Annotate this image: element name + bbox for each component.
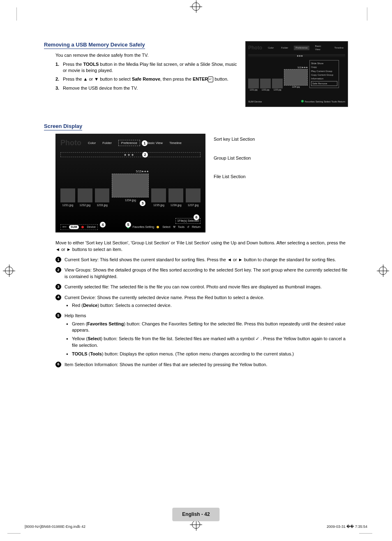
thumb: 1236.jpg [168, 188, 183, 202]
enter-icon: ↵ [208, 77, 213, 82]
crop-mark [7, 533, 21, 534]
step-2: 2. Press the ▲ or ▼ button to select Saf… [55, 76, 240, 82]
footer-left: [8000-NA]BN68-01988E-Eng.indb 42 [25, 524, 85, 529]
crop-mark [367, 7, 367, 21]
registration-mark [192, 520, 200, 529]
thumb: 1231.jpg [60, 188, 75, 202]
heading-usb-remove: Removing a USB Memory Device Safely [44, 41, 145, 49]
item-4-bullets: Red (Device) button: Selects a connected… [66, 302, 348, 309]
thumb: 1233.jpg [95, 188, 110, 202]
tv-footer-right: Favorites Setting Select Tools Return [304, 100, 345, 103]
thumb-selected [112, 174, 149, 197]
crop-mark [16, 7, 17, 21]
label-file-list: File List Section [214, 174, 255, 180]
registration-mark [379, 267, 387, 275]
section-usb-remove: Removing a USB Memory Device Safely Phot… [44, 41, 348, 110]
label-sort-key: Sort key List Section [214, 136, 255, 142]
thumb: 1235.jpg [151, 188, 166, 202]
tv-screenshot-large: Photo Color Folder Preference Basic View… [55, 134, 205, 232]
tools-icon: ⚒ [173, 225, 175, 229]
section-labels: Sort key List Section Group List Section… [214, 136, 255, 232]
intro-paragraph: Move to either 'Sort key List Section', … [55, 240, 348, 253]
return-icon: ↺ [187, 225, 189, 229]
tv-context-menu: Slide Show Copy Play Current Group Copy … [309, 60, 339, 88]
label-group-list: Group List Section [214, 155, 255, 161]
tv-screenshot-small: Photo Color Folder Preference Basic View… [245, 41, 348, 107]
item-2: 2View Groups: Shows the detailed groups … [55, 267, 348, 280]
callout-3: 3 [140, 200, 145, 206]
thumb: 1237.jpg [186, 188, 201, 202]
tv-photo-title: Photo [248, 44, 262, 51]
step-1: 1. Press the TOOLS button in the Media P… [55, 61, 240, 74]
section-screen-display: Screen Display Photo Color Folder Prefer… [44, 123, 348, 368]
step-3: 3. Remove the USB device from the TV. [55, 85, 240, 91]
thumb: 1232.jpg [78, 188, 92, 202]
item-5-bullets: Green (Favorites Setting) button: Change… [66, 321, 348, 358]
usb-icon: ⟵ [62, 225, 67, 229]
item-5: 5Help Items [55, 313, 348, 319]
item-6: 6Item Selection Information: Shows the n… [55, 362, 348, 368]
footer-right: 2009-03-31 �� 7:35:54 [327, 524, 367, 529]
registration-mark [5, 267, 13, 275]
item-1: 1Current Sort key: This field shows the … [55, 257, 348, 263]
registration-mark [192, 2, 200, 11]
crop-mark [359, 533, 372, 534]
item-3: 3Currently selected file: The selected f… [55, 284, 348, 290]
tv-selected-thumb [284, 69, 308, 86]
page-number-badge: English - 42 [172, 508, 219, 521]
item-4: 4Current Device: Shows the currently sel… [55, 295, 348, 301]
heading-screen-display: Screen Display [44, 123, 82, 130]
